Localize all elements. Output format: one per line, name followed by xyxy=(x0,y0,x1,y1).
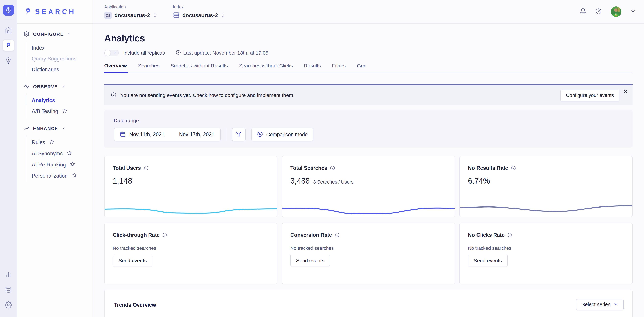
gear-icon xyxy=(24,31,30,38)
metric-subtitle: 3 Searches / Users xyxy=(313,179,354,185)
rail-home-button[interactable] xyxy=(3,25,14,36)
rail-recommend-button[interactable] xyxy=(3,55,14,66)
funnel-icon xyxy=(236,131,242,138)
bulb-flash-icon xyxy=(5,57,12,64)
search-icon xyxy=(5,42,12,49)
sidebar-item-rules[interactable]: Rules xyxy=(26,137,93,148)
conversion-rate-card: Conversion Rate No tracked searches Send… xyxy=(282,223,455,284)
send-events-button[interactable]: Send events xyxy=(290,255,330,266)
sidebar: SEARCH CONFIGURE Index Query Suggestions… xyxy=(17,0,93,317)
empty-state-text: No tracked searches xyxy=(290,246,455,251)
main-area: Application D2 docusaurus-2 Index docusa… xyxy=(93,0,644,317)
metric-value: 1,148 xyxy=(113,176,132,185)
sidebar-section-configure[interactable]: CONFIGURE xyxy=(24,31,93,38)
tab-geo[interactable]: Geo xyxy=(357,63,366,73)
info-icon[interactable] xyxy=(511,166,516,171)
star-icon[interactable] xyxy=(49,139,54,146)
close-icon[interactable] xyxy=(623,89,628,95)
tab-results[interactable]: Results xyxy=(304,63,321,73)
include-replicas-toggle[interactable]: ✕ xyxy=(104,50,119,56)
search-logo[interactable]: SEARCH xyxy=(17,0,93,24)
divider xyxy=(226,129,226,140)
rail-analytics-button[interactable] xyxy=(3,269,14,280)
select-series-button[interactable]: Select series xyxy=(576,299,624,310)
tab-overview[interactable]: Overview xyxy=(104,63,127,73)
info-icon[interactable] xyxy=(507,232,512,238)
rail-data-button[interactable] xyxy=(3,284,14,295)
date-start: Nov 11th, 2021 xyxy=(129,132,164,138)
tab-searches-without-clicks[interactable]: Searches without Clicks xyxy=(239,63,293,73)
database-icon xyxy=(5,286,12,293)
sidebar-item-dictionaries[interactable]: Dictionaries xyxy=(26,64,93,75)
clock-icon xyxy=(176,50,181,56)
tab-filters[interactable]: Filters xyxy=(332,63,346,73)
info-icon[interactable] xyxy=(144,166,149,171)
send-events-button[interactable]: Send events xyxy=(113,255,152,266)
sparkline xyxy=(105,204,277,215)
tab-searches[interactable]: Searches xyxy=(138,63,160,73)
search-pin-icon xyxy=(24,8,32,16)
chevron-down-icon xyxy=(67,32,71,36)
configure-items: Index Query Suggestions Dictionaries xyxy=(26,42,93,76)
sidebar-item-ai-synonyms[interactable]: AI Synonyms xyxy=(26,148,93,159)
tab-searches-without-results[interactable]: Searches without Results xyxy=(170,63,228,73)
star-icon[interactable] xyxy=(70,162,75,168)
date-range-panel: Date range Nov 11th, 2021 Nov 17th, 2021 xyxy=(104,110,632,148)
app-root: SEARCH CONFIGURE Index Query Suggestions… xyxy=(0,0,644,317)
send-events-button[interactable]: Send events xyxy=(468,255,508,266)
chevron-down-icon xyxy=(62,84,65,89)
apps-stopwatch-tile[interactable] xyxy=(3,5,14,16)
user-menu-chevron-icon[interactable] xyxy=(630,9,636,14)
section-label: OBSERVE xyxy=(33,84,58,90)
trends-overview-card: Trends Overview Select series xyxy=(104,290,632,317)
star-icon[interactable] xyxy=(67,150,72,157)
gear-icon xyxy=(5,301,12,308)
comparison-mode-button[interactable]: Comparison mode xyxy=(251,128,314,141)
chevron-up-down-icon xyxy=(153,12,157,18)
rail-divider xyxy=(4,20,13,20)
banner-message: You are not sending events yet. Check ho… xyxy=(120,92,294,98)
play-circle-icon xyxy=(257,131,263,138)
index-selector[interactable]: Index docusaurus-2 xyxy=(173,4,225,19)
star-icon[interactable] xyxy=(72,173,77,179)
icon-rail xyxy=(0,0,17,317)
tab-bar: Overview Searches Searches without Resul… xyxy=(104,63,632,73)
trends-title: Trends Overview xyxy=(114,302,156,308)
sidebar-item-index[interactable]: Index xyxy=(26,42,93,54)
sidebar-item-ab-testing[interactable]: A/B Testing xyxy=(26,106,93,117)
star-icon[interactable] xyxy=(62,108,67,114)
sidebar-item-ai-re-ranking[interactable]: AI Re-Ranking xyxy=(26,159,93,170)
sidebar-item-query-suggestions[interactable]: Query Suggestions xyxy=(26,54,93,64)
meta-row: ✕ Include all replicas Last update: Nove… xyxy=(104,50,632,56)
enhance-items: Rules AI Synonyms AI Re-Ranking Personal… xyxy=(26,136,93,182)
click-through-rate-card: Click-through Rate No tracked searches S… xyxy=(104,223,278,284)
application-selector[interactable]: Application D2 docusaurus-2 xyxy=(104,4,157,19)
sparkline xyxy=(282,204,455,215)
trending-up-icon xyxy=(24,126,30,132)
configure-events-button[interactable]: Configure your events xyxy=(560,90,619,101)
sidebar-item-personalization[interactable]: Personalization xyxy=(26,170,93,182)
bell-icon[interactable] xyxy=(580,8,586,15)
chevron-down-icon xyxy=(614,302,618,307)
rail-settings-button[interactable] xyxy=(3,300,14,310)
avatar[interactable] xyxy=(611,6,621,17)
content: Analytics ✕ Include all replicas Last up… xyxy=(93,24,644,317)
date-range-button[interactable]: Nov 11th, 2021 Nov 17th, 2021 xyxy=(114,128,220,141)
topbar: Application D2 docusaurus-2 Index docusa… xyxy=(93,0,644,24)
info-icon[interactable] xyxy=(162,232,167,238)
empty-state-text: No tracked searches xyxy=(113,246,277,251)
info-icon xyxy=(111,92,116,98)
filter-button[interactable] xyxy=(232,128,246,141)
info-icon[interactable] xyxy=(330,166,335,171)
sidebar-nav: CONFIGURE Index Query Suggestions Dictio… xyxy=(17,24,93,190)
events-banner: You are not sending events yet. Check ho… xyxy=(104,84,632,106)
info-icon[interactable] xyxy=(335,232,340,238)
sidebar-item-analytics[interactable]: Analytics xyxy=(26,95,93,106)
total-searches-card: Total Searches 3,488 3 Searches / Users xyxy=(282,156,455,217)
section-label: CONFIGURE xyxy=(33,32,64,37)
sidebar-section-enhance[interactable]: ENHANCE xyxy=(24,126,93,132)
help-icon[interactable] xyxy=(595,8,602,15)
home-icon xyxy=(5,26,12,34)
rail-search-button[interactable] xyxy=(3,40,14,51)
sidebar-section-observe[interactable]: OBSERVE xyxy=(24,84,93,90)
